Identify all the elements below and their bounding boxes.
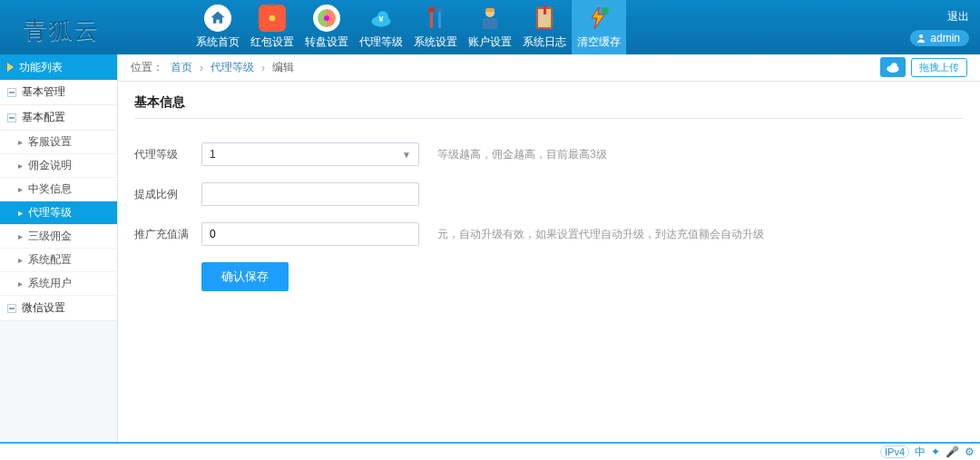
upload-area: 拖拽上传	[880, 57, 967, 77]
hint-level: 等级越高，佣金越高，目前最高3级	[437, 147, 607, 162]
tools-icon	[422, 5, 449, 32]
sidebar-sublist: 客服设置 佣金说明 中奖信息 代理等级 三级佣金 系统配置 系统用户	[0, 131, 117, 296]
nav-agent[interactable]: ¥ 代理等级	[354, 0, 408, 54]
gear-icon[interactable]: ⚙	[965, 445, 975, 458]
wheel-icon	[313, 5, 340, 32]
select-level[interactable]: 1 ▼	[201, 142, 419, 166]
book-icon	[531, 5, 558, 32]
brand-logo: 青狐云	[7, 15, 136, 46]
breadcrumb: 位置： 首页 › 代理等级 › 编辑 拖拽上传	[118, 54, 980, 82]
svg-point-0	[270, 15, 276, 22]
nav-clearcache[interactable]: 清空缓存	[572, 0, 626, 54]
ipv4-badge[interactable]: IPv4	[880, 445, 909, 458]
nav-redpacket[interactable]: 红包设置	[245, 0, 299, 54]
sidebar-title: 功能列表	[0, 54, 117, 80]
play-icon	[7, 63, 14, 72]
sidebar-item-winning[interactable]: 中奖信息	[0, 178, 117, 201]
svg-rect-9	[436, 7, 443, 12]
redpacket-icon	[259, 5, 286, 32]
label-ratio: 提成比例	[134, 187, 192, 202]
sidebar: 功能列表 基本管理 基本配置 客服设置 佣金说明 中奖信息 代理等级 三级佣金 …	[0, 54, 118, 442]
mic-icon[interactable]: 🎤	[946, 445, 959, 458]
sidebar-item-agent-level[interactable]: 代理等级	[0, 201, 117, 225]
svg-point-17	[919, 34, 923, 38]
svg-rect-11	[483, 18, 497, 29]
sidebar-group-basic-manage[interactable]: 基本管理	[0, 80, 117, 105]
row-level: 代理等级 1 ▼ 等级越高，佣金越高，目前最高3级	[134, 142, 964, 166]
svg-point-2	[324, 15, 329, 21]
collapse-icon	[7, 304, 16, 313]
row-recharge: 推广充值满 元，自动升级有效，如果设置代理自动升级，到达充值额会自动升级	[134, 222, 964, 246]
submit-button[interactable]: 确认保存	[201, 262, 289, 291]
bottombar: IPv4 中 ✦ 🎤 ⚙	[0, 442, 980, 460]
cloud-icon: ¥	[368, 5, 395, 32]
collapse-icon	[7, 113, 16, 122]
form-panel: 基本信息 代理等级 1 ▼ 等级越高，佣金越高，目前最高3级 提成比例 推	[134, 94, 964, 291]
ime-icon[interactable]: 中	[915, 445, 926, 460]
collapse-icon	[7, 88, 16, 97]
input-ratio[interactable]	[201, 182, 419, 206]
cloud-upload-icon	[886, 61, 900, 73]
breadcrumb-home[interactable]: 首页	[171, 60, 192, 75]
label-recharge: 推广充值满	[134, 227, 192, 242]
sidebar-item-kefu[interactable]: 客服设置	[0, 131, 117, 154]
home-icon	[204, 5, 231, 32]
top-right: 退出 admin	[910, 0, 969, 54]
svg-rect-15	[544, 5, 546, 15]
nav-home[interactable]: 系统首页	[191, 0, 245, 54]
nav-wheel[interactable]: 转盘设置	[299, 0, 354, 54]
sparkle-icon[interactable]: ✦	[931, 445, 940, 458]
person-icon	[916, 33, 926, 44]
sidebar-item-system-config[interactable]: 系统配置	[0, 249, 117, 272]
svg-rect-8	[428, 7, 435, 12]
nav-account[interactable]: 账户设置	[463, 0, 517, 54]
input-recharge[interactable]	[201, 222, 419, 246]
sidebar-item-three-commission[interactable]: 三级佣金	[0, 225, 117, 249]
sidebar-item-commission-desc[interactable]: 佣金说明	[0, 154, 117, 178]
logout-link[interactable]: 退出	[947, 9, 969, 24]
chevron-down-icon: ▼	[402, 150, 411, 160]
nav-settings[interactable]: 系统设置	[408, 0, 463, 54]
sidebar-item-system-user[interactable]: 系统用户	[0, 272, 117, 296]
svg-point-19	[891, 63, 897, 69]
topbar: 青狐云 系统首页 红包设置 转盘设置 ¥ 代理等级	[0, 0, 980, 54]
topnav: 系统首页 红包设置 转盘设置 ¥ 代理等级 系统设置	[191, 0, 626, 54]
svg-point-16	[602, 7, 609, 15]
breadcrumb-agent[interactable]: 代理等级	[211, 60, 254, 75]
clear-icon	[585, 5, 612, 32]
upload-label[interactable]: 拖拽上传	[911, 58, 967, 77]
svg-text:¥: ¥	[378, 14, 384, 24]
row-ratio: 提成比例	[134, 182, 964, 206]
label-level: 代理等级	[134, 147, 192, 162]
panel-title: 基本信息	[134, 94, 964, 119]
hint-recharge: 元，自动升级有效，如果设置代理自动升级，到达充值额会自动升级	[437, 227, 764, 242]
svg-rect-12	[485, 8, 495, 12]
content: 位置： 首页 › 代理等级 › 编辑 拖拽上传 基本信息 代理等级 1 ▼	[118, 54, 980, 442]
breadcrumb-current: 编辑	[272, 60, 294, 75]
sidebar-group-basic-config[interactable]: 基本配置	[0, 105, 117, 131]
admin-pill[interactable]: admin	[910, 30, 969, 46]
nav-logs[interactable]: 系统日志	[517, 0, 572, 54]
cloud-upload-button[interactable]	[880, 57, 906, 77]
user-icon	[476, 5, 504, 32]
sidebar-group-wechat[interactable]: 微信设置	[0, 296, 117, 321]
